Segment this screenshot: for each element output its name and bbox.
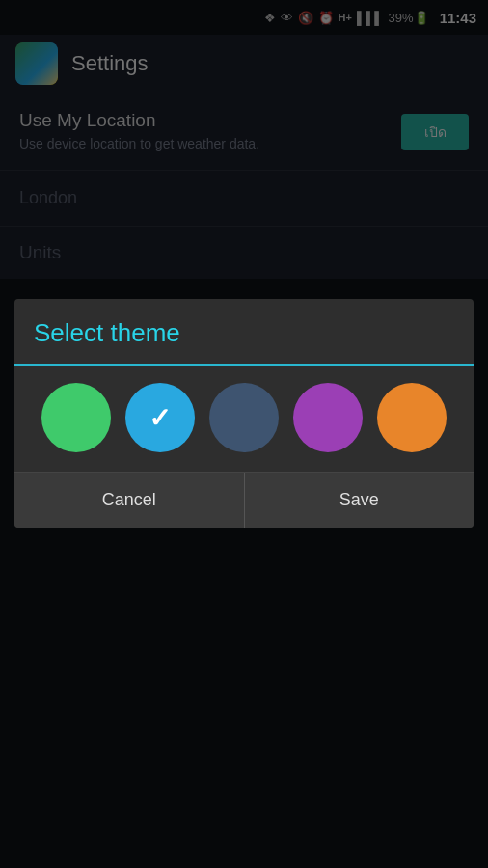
save-button[interactable]: Save (245, 473, 474, 528)
dialog-title: Select theme (34, 318, 454, 348)
theme-dark-blue-option[interactable] (209, 383, 279, 452)
dialog-body (14, 366, 474, 472)
theme-orange-option[interactable] (377, 383, 447, 452)
theme-purple-option[interactable] (293, 383, 363, 452)
select-theme-dialog: Select theme Cancel Save (14, 299, 474, 528)
dialog-footer: Cancel Save (14, 472, 474, 528)
dialog-header: Select theme (14, 299, 474, 366)
cancel-button[interactable]: Cancel (14, 473, 245, 528)
theme-green-option[interactable] (41, 383, 111, 452)
theme-blue-option[interactable] (125, 383, 195, 452)
